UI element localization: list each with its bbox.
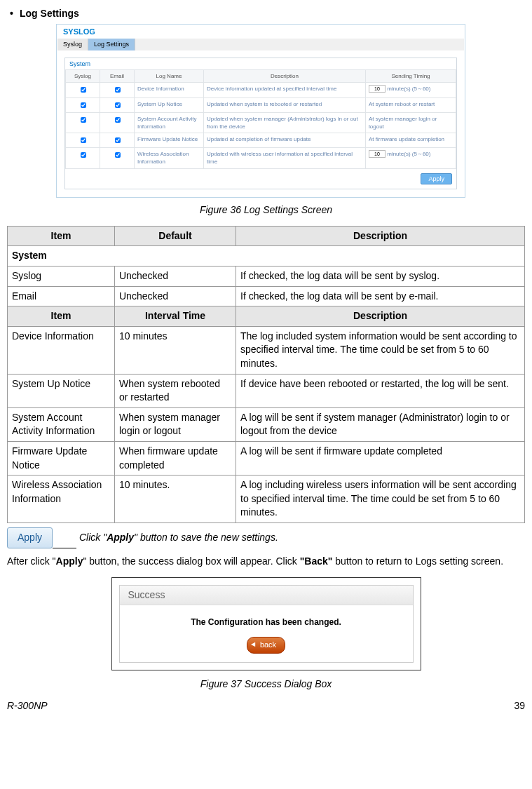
cell-timing: At system manager login or logout	[366, 112, 456, 133]
table-row: Syslog Unchecked If checked, the log dat…	[8, 267, 525, 287]
footer-page: 39	[514, 699, 525, 713]
cell-timing: At system reboot or restart	[366, 97, 456, 112]
header-desc: Description	[236, 306, 525, 327]
cell-name: Device Information	[135, 83, 204, 97]
cell-desc: Updated when system manager (Administrat…	[204, 112, 366, 133]
table-row: Wireless Association Information 10 minu…	[8, 476, 525, 523]
checkbox-email[interactable]	[115, 87, 121, 93]
table-row: Firmware Update Notice Updated at comple…	[66, 133, 456, 148]
minutes-input[interactable]	[369, 150, 386, 158]
col-email: Email	[100, 70, 135, 83]
header-default: Default	[115, 226, 236, 246]
col-syslog: Syslog	[66, 70, 100, 83]
header-desc: Description	[236, 226, 525, 246]
footer-model: R-300NP	[7, 699, 48, 713]
panel-tabs: Syslog Log Settings	[57, 39, 464, 50]
minutes-input[interactable]	[369, 85, 386, 93]
table-row: Firmware Update Notice When firmware upd…	[8, 441, 525, 475]
success-title: Success	[120, 586, 413, 606]
after-apply-text: After click "Apply" button, the success …	[7, 553, 525, 570]
apply-instruction: Apply Click "Apply" button to save the n…	[7, 527, 525, 548]
section-system: System	[8, 246, 525, 267]
table-row: System Account Activity Information When…	[8, 407, 525, 441]
doc-table: Item Default Description System Syslog U…	[7, 226, 525, 523]
col-desc: Description	[204, 70, 366, 83]
table-row: Email Unchecked If checked, the log data…	[8, 286, 525, 306]
cell-desc: Device information updated at specified …	[204, 83, 366, 97]
cell-name: Firmware Update Notice	[135, 133, 204, 148]
apply-button-small[interactable]: Apply	[421, 173, 452, 185]
checkbox-email[interactable]	[115, 137, 121, 143]
success-dialog: Success The Configuration has been chang…	[111, 577, 421, 670]
cell-timing: minute(s) (5～60)	[366, 148, 456, 168]
page-footer: R-300NP 39	[7, 699, 525, 713]
table-row: System Up Notice When system rebooted or…	[8, 374, 525, 407]
cell-name: System Up Notice	[135, 97, 204, 112]
tab-syslog[interactable]: Syslog	[57, 39, 88, 50]
header-item: Item	[8, 306, 115, 327]
panel-title: SYSLOG	[57, 25, 464, 39]
checkbox-email[interactable]	[115, 152, 121, 158]
table-row: Device Information 10 minutes The log in…	[8, 326, 525, 374]
figure-36-caption: Figure 36 Log Settings Screen	[7, 203, 525, 217]
section-heading: Log Settings	[7, 7, 525, 21]
cell-name: Wireless Association Information	[135, 148, 204, 168]
success-message: The Configuration has been changed.	[120, 616, 413, 628]
checkbox-email[interactable]	[115, 117, 121, 123]
checkbox-syslog[interactable]	[81, 102, 86, 108]
tab-log-settings[interactable]: Log Settings	[88, 39, 135, 50]
table-row: System Account Activity Information Upda…	[66, 112, 456, 133]
checkbox-syslog[interactable]	[81, 117, 86, 123]
panel-section: System	[65, 58, 456, 70]
table-row: System Up Notice Updated when system is …	[66, 97, 456, 112]
cell-desc: Updated with wireless user information a…	[204, 148, 366, 168]
header-interval: Interval Time	[115, 306, 236, 327]
cell-name: System Account Activity Information	[135, 112, 204, 133]
checkbox-email[interactable]	[115, 102, 121, 108]
cell-timing: At firmware update completion	[366, 133, 456, 148]
apply-button-image: Apply	[7, 527, 53, 548]
col-logname: Log Name	[135, 70, 204, 83]
header-item: Item	[8, 226, 115, 246]
cell-desc: Updated at completion of firmware update	[204, 133, 366, 148]
cell-desc: Updated when system is rebooted or resta…	[204, 97, 366, 112]
cell-timing: minute(s) (5～60)	[366, 83, 456, 97]
table-row: Wireless Association Information Updated…	[66, 148, 456, 168]
checkbox-syslog[interactable]	[81, 87, 86, 93]
checkbox-syslog[interactable]	[81, 137, 86, 143]
syslog-screenshot: SYSLOG Syslog Log Settings System Syslog…	[56, 24, 465, 198]
figure-37-caption: Figure 37 Success Dialog Box	[7, 677, 525, 692]
col-timing: Sending Timing	[366, 70, 456, 83]
checkbox-syslog[interactable]	[81, 152, 86, 158]
table-row: Device Information Device information up…	[66, 83, 456, 97]
back-button[interactable]: back	[247, 637, 285, 653]
syslog-table: Syslog Email Log Name Description Sendin…	[65, 69, 456, 169]
